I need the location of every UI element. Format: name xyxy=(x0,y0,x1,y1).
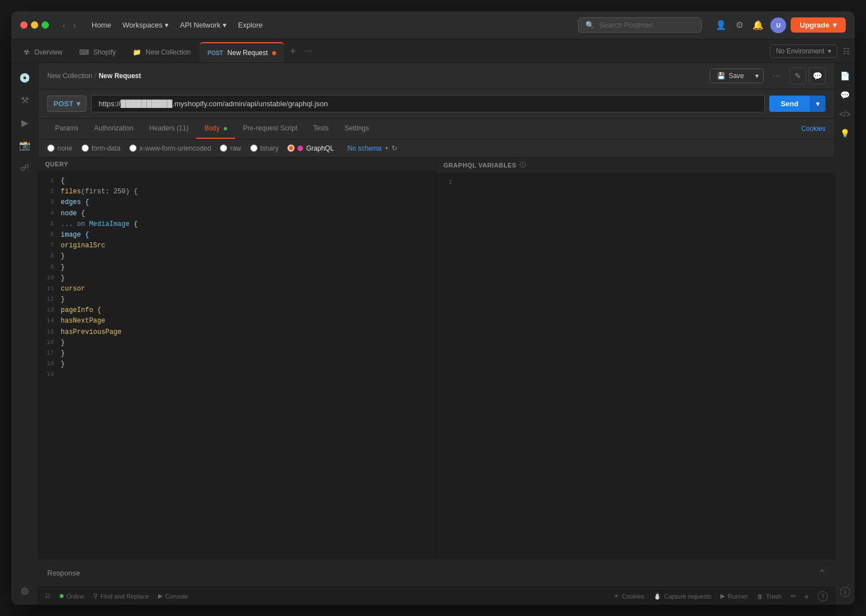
tab-new-request[interactable]: POST New Request xyxy=(200,42,284,62)
save-dropdown-button[interactable]: ▾ xyxy=(751,69,763,83)
tab-pre-request[interactable]: Pre-request Script xyxy=(235,119,305,139)
no-schema-label[interactable]: No schema xyxy=(348,144,382,152)
send-button[interactable]: Send xyxy=(769,96,810,112)
radio-raw[interactable] xyxy=(220,144,227,152)
status-help[interactable]: ? xyxy=(818,591,828,601)
bell-icon[interactable]: 🔔 xyxy=(750,17,766,33)
tab-headers[interactable]: Headers (11) xyxy=(141,119,196,139)
sidebar-environments-icon[interactable]: ⚒ xyxy=(15,90,35,110)
status-share[interactable]: ⎈ xyxy=(805,593,809,600)
sidebar-mock-icon[interactable]: ▶ xyxy=(15,112,35,133)
code-line-13: 13 pageInfo { xyxy=(38,305,436,316)
find-replace-label: Find and Replace xyxy=(101,593,149,600)
code-line-2: 2 files(first: 250) { xyxy=(38,187,436,197)
avatar[interactable]: U xyxy=(770,17,786,33)
option-form-data[interactable]: form-data xyxy=(82,144,120,152)
query-editor[interactable]: 1{2 files(first: 250) {3 edges {4 node {… xyxy=(38,171,436,559)
variables-panel: GRAPHQL VARIABLES ⓘ 1 xyxy=(437,157,835,559)
tab-shopify-label: Shopify xyxy=(93,48,116,56)
grid-icon[interactable]: ☷ xyxy=(843,47,850,56)
tab-tests[interactable]: Tests xyxy=(305,119,337,139)
tab-new-collection[interactable]: 📁 New Collection xyxy=(125,42,199,62)
maximize-button[interactable] xyxy=(42,21,49,29)
content-area: New Collection / New Request 💾 Save ▾ ⋯ … xyxy=(38,63,835,605)
option-graphql[interactable]: GraphQL xyxy=(287,144,333,152)
status-layout-icon[interactable]: ☷ xyxy=(45,592,51,600)
radio-form-data[interactable] xyxy=(82,144,89,152)
option-urlencoded[interactable]: x-www-form-urlencoded xyxy=(129,144,211,152)
comment-icon-button[interactable]: 💬 xyxy=(809,67,826,84)
option-none[interactable]: none xyxy=(47,144,73,152)
url-input[interactable] xyxy=(91,95,765,112)
api-network-link[interactable]: API Network ▾ xyxy=(175,19,231,31)
workspaces-link[interactable]: Workspaces ▾ xyxy=(118,19,173,31)
variables-panel-header: GRAPHQL VARIABLES ⓘ xyxy=(437,157,835,173)
tab-shopify[interactable]: ⌨ Shopify xyxy=(71,42,124,62)
radio-none[interactable] xyxy=(47,144,55,152)
refresh-schema-button[interactable]: ↻ xyxy=(391,144,398,152)
minimize-button[interactable] xyxy=(31,21,38,29)
option-binary[interactable]: binary xyxy=(250,144,279,152)
sidebar-history-icon[interactable]: ◍ xyxy=(15,580,35,600)
tab-tests-label: Tests xyxy=(313,124,329,132)
edit-icon-button[interactable]: ✎ xyxy=(790,67,806,84)
sidebar-collections-icon[interactable]: 💿 xyxy=(15,67,35,88)
right-code-icon[interactable]: </> xyxy=(837,106,854,123)
back-button[interactable]: ‹ xyxy=(60,19,67,31)
close-button[interactable] xyxy=(20,21,28,29)
tab-body[interactable]: Body xyxy=(196,119,235,139)
forward-button[interactable]: › xyxy=(71,19,78,31)
status-find-replace[interactable]: ⚲ Find and Replace xyxy=(93,592,149,600)
header-more-button[interactable]: ⋯ xyxy=(768,69,785,83)
explore-link[interactable]: Explore xyxy=(233,19,267,31)
right-bulb-icon[interactable]: 💡 xyxy=(837,125,854,142)
status-trash[interactable]: 🗑 Trash xyxy=(757,593,782,600)
right-doc-icon[interactable]: 📄 xyxy=(837,67,854,84)
search-placeholder: Search Postman xyxy=(599,21,653,29)
tab-authorization[interactable]: Authorization xyxy=(86,119,141,139)
variables-editor[interactable]: 1 xyxy=(437,173,835,559)
tab-add-button[interactable]: + xyxy=(285,41,300,61)
option-raw[interactable]: raw xyxy=(220,144,241,152)
overview-icon: ☢ xyxy=(24,48,30,56)
code-line-19: 19 xyxy=(38,370,436,380)
person-icon[interactable]: 👤 xyxy=(713,17,729,33)
no-env-label: No Environment xyxy=(776,47,824,55)
status-capture[interactable]: ⛄ Capture requests xyxy=(653,592,711,600)
radio-urlencoded[interactable] xyxy=(129,144,137,152)
tab-params[interactable]: Params xyxy=(47,119,86,139)
graphql-label: GraphQL xyxy=(306,144,333,152)
raw-label: raw xyxy=(230,144,241,152)
send-dropdown-button[interactable]: ▾ xyxy=(810,96,826,112)
tab-authorization-label: Authorization xyxy=(94,124,133,132)
status-expand[interactable]: ⇔ xyxy=(791,592,796,600)
save-button[interactable]: 💾 Save xyxy=(710,69,751,83)
tab-more-button[interactable]: ⋯ xyxy=(301,47,315,55)
tab-overview[interactable]: ☢ Overview xyxy=(16,42,70,62)
sidebar-flow-icon[interactable]: ☍ xyxy=(15,157,35,178)
sidebar-monitor-icon[interactable]: 📸 xyxy=(15,135,35,155)
explore-label: Explore xyxy=(238,21,263,29)
search-bar[interactable]: 🔍 Search Postman xyxy=(578,17,702,33)
code-line-5: 5 ... on MediaImage { xyxy=(38,219,436,230)
tab-settings[interactable]: Settings xyxy=(337,119,377,139)
home-link[interactable]: Home xyxy=(87,19,116,31)
status-console[interactable]: ▶ Console xyxy=(158,592,188,600)
status-runner[interactable]: ▶ Runner xyxy=(720,592,748,600)
right-info-icon[interactable]: i xyxy=(837,583,854,600)
method-selector[interactable]: POST ▾ xyxy=(47,96,87,112)
status-online[interactable]: Online xyxy=(60,593,84,600)
response-toggle-button[interactable]: ⌃ xyxy=(818,568,826,578)
radio-graphql[interactable] xyxy=(287,144,295,152)
no-environment-selector[interactable]: No Environment ▾ xyxy=(770,44,837,58)
tab-unsaved-dot xyxy=(272,51,276,55)
cookies-link[interactable]: Cookies xyxy=(801,125,826,133)
response-panel: Response ⌃ xyxy=(38,559,835,587)
settings-icon[interactable]: ⚙ xyxy=(733,17,746,33)
cookies-label: Cookies xyxy=(801,125,826,133)
upgrade-button[interactable]: Upgrade ▾ xyxy=(791,17,846,33)
env-chevron: ▾ xyxy=(828,47,831,55)
status-cookies[interactable]: ☀ Cookies xyxy=(614,592,644,600)
right-comment-icon[interactable]: 💬 xyxy=(837,87,854,103)
radio-binary[interactable] xyxy=(250,144,258,152)
